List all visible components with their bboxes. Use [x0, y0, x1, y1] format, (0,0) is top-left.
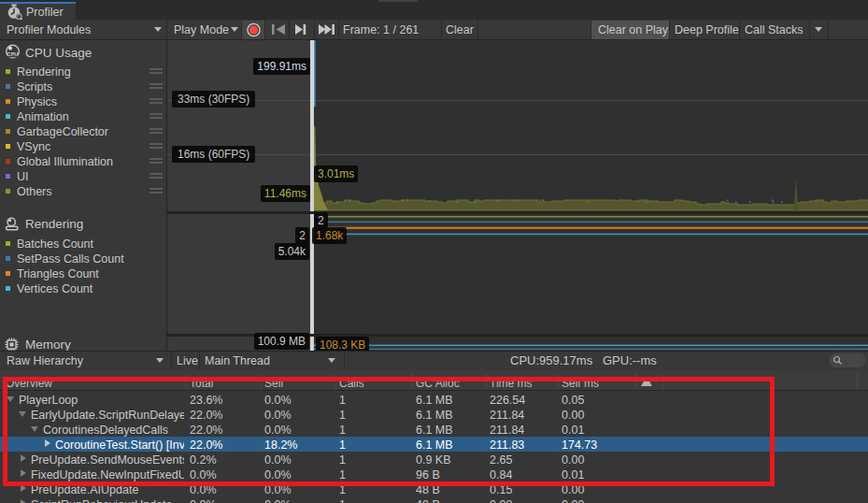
svg-text:CPU: CPU — [7, 51, 19, 57]
